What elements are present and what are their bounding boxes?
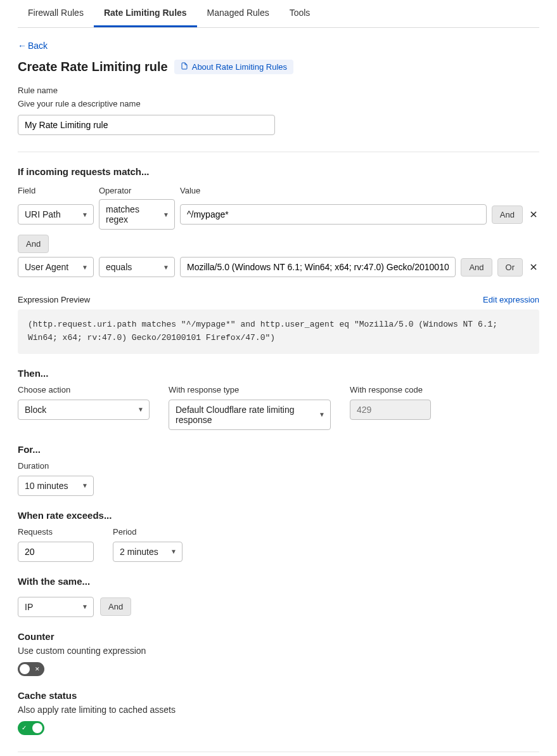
match-row: URI Path ▼ matches regex ▼ And: [18, 199, 539, 230]
page-title: Create Rate Limiting rule: [18, 60, 168, 74]
and-button[interactable]: And: [461, 258, 492, 277]
chevron-down-icon: ▼: [82, 482, 88, 489]
chevron-down-icon: ▼: [163, 211, 169, 218]
requests-input[interactable]: [18, 542, 94, 562]
rate-section-title: When rate exceeds...: [18, 510, 539, 521]
remove-row-button[interactable]: [528, 209, 539, 220]
and-button[interactable]: And: [492, 205, 523, 224]
same-and-button[interactable]: And: [100, 597, 131, 616]
operator-select[interactable]: matches regex ▼: [99, 199, 175, 230]
chevron-down-icon: ▼: [82, 603, 88, 610]
response-type-label: With response type: [169, 385, 331, 394]
chevron-down-icon: ▼: [82, 264, 88, 271]
action-select-value: Block: [25, 405, 46, 415]
connector-and[interactable]: And: [18, 235, 49, 253]
remove-row-button[interactable]: [528, 261, 539, 273]
field-select-value: User Agent: [25, 262, 68, 272]
field-column-label: Field: [18, 186, 94, 195]
expression-preview-box: (http.request.uri.path matches "^/mypage…: [18, 310, 539, 354]
operator-select-value: equals: [106, 262, 132, 272]
response-type-select-value: Default Cloudflare rate limiting respons…: [176, 405, 314, 425]
or-button[interactable]: Or: [497, 258, 523, 277]
check-icon: ✓: [22, 724, 27, 731]
tab-rate-limiting-rules[interactable]: Rate Limiting Rules: [94, 0, 197, 27]
document-icon: [181, 62, 188, 72]
period-label: Period: [113, 527, 182, 537]
operator-select[interactable]: equals ▼: [99, 257, 175, 277]
match-row: User Agent ▼ equals ▼ And Or: [18, 257, 539, 277]
toggle-knob: [32, 723, 42, 733]
match-section-title: If incoming requests match...: [18, 166, 539, 177]
same-section-title: With the same...: [18, 576, 539, 587]
arrow-left-icon: ←: [18, 41, 27, 51]
operator-column-label: Operator: [99, 186, 175, 195]
field-select[interactable]: URI Path ▼: [18, 204, 94, 225]
tab-firewall-rules[interactable]: Firewall Rules: [18, 0, 94, 27]
period-select-value: 2 minutes: [120, 547, 158, 557]
counter-help-text: Use custom counting expression: [18, 646, 539, 656]
chevron-down-icon: ▼: [170, 548, 177, 555]
action-select[interactable]: Block ▼: [18, 400, 150, 420]
field-select[interactable]: User Agent ▼: [18, 257, 94, 277]
tab-tools[interactable]: Tools: [279, 0, 321, 27]
back-link-label: Back: [28, 41, 48, 51]
edit-expression-link[interactable]: Edit expression: [483, 295, 539, 304]
counter-section-title: Counter: [18, 631, 539, 642]
response-code-label: With response code: [350, 385, 431, 394]
tabs: Firewall Rules Rate Limiting Rules Manag…: [18, 0, 539, 28]
cache-toggle[interactable]: ✓: [18, 721, 44, 735]
rule-name-help: Give your rule a descriptive name: [18, 99, 539, 108]
duration-select-value: 10 minutes: [25, 481, 68, 491]
cache-section-title: Cache status: [18, 690, 539, 701]
response-type-select[interactable]: Default Cloudflare rate limiting respons…: [169, 400, 331, 430]
duration-select[interactable]: 10 minutes ▼: [18, 476, 94, 496]
value-input[interactable]: [180, 204, 487, 225]
custom-counting-toggle[interactable]: ✕: [18, 662, 44, 676]
chevron-down-icon: ▼: [319, 411, 325, 418]
for-section-title: For...: [18, 444, 539, 455]
rule-name-input[interactable]: [18, 115, 275, 135]
same-characteristic-select[interactable]: IP ▼: [18, 597, 94, 617]
back-link[interactable]: ← Back: [18, 41, 48, 51]
period-select[interactable]: 2 minutes ▼: [113, 542, 182, 562]
value-input[interactable]: [180, 257, 456, 277]
operator-select-value: matches regex: [106, 204, 158, 225]
about-link-label: About Rate Limiting Rules: [192, 62, 287, 72]
toggle-knob: [20, 664, 30, 674]
chevron-down-icon: ▼: [163, 264, 169, 271]
divider: [18, 752, 539, 752]
then-section-title: Then...: [18, 368, 539, 379]
chevron-down-icon: ▼: [82, 211, 88, 218]
cache-help-text: Also apply rate limiting to cached asset…: [18, 705, 539, 715]
action-label: Choose action: [18, 385, 150, 394]
x-icon: ✕: [35, 666, 40, 672]
response-code-input: [350, 400, 431, 420]
rule-name-label: Rule name: [18, 86, 539, 95]
divider: [18, 152, 539, 152]
about-rate-limiting-link[interactable]: About Rate Limiting Rules: [174, 60, 293, 74]
expression-preview-label: Expression Preview: [18, 295, 90, 304]
tab-managed-rules[interactable]: Managed Rules: [197, 0, 279, 27]
field-select-value: URI Path: [25, 209, 61, 219]
duration-label: Duration: [18, 461, 94, 471]
same-characteristic-value: IP: [25, 602, 33, 612]
chevron-down-icon: ▼: [138, 406, 144, 413]
value-column-label: Value: [180, 186, 484, 195]
requests-label: Requests: [18, 527, 94, 537]
